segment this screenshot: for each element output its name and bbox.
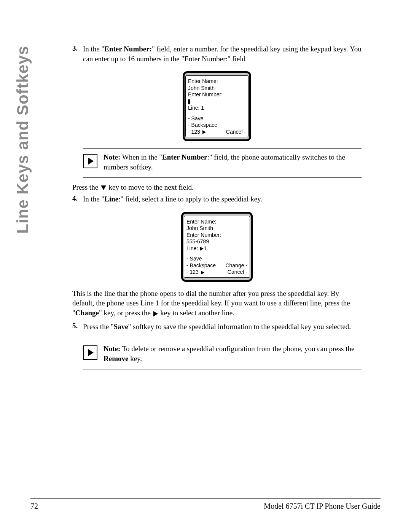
step-3: 3. In the "Enter Number:" field, enter a… xyxy=(72,44,362,66)
text-bold: Enter Number xyxy=(162,153,207,161)
value-name: John Smith xyxy=(186,225,247,232)
content-column: 3. In the "Enter Number:" field, enter a… xyxy=(72,42,362,374)
text: When in the " xyxy=(120,153,162,161)
label-enter-number: Enter Number: xyxy=(186,232,247,239)
text-cursor-icon xyxy=(188,99,190,104)
softkey-123-label: - 123 xyxy=(188,129,200,135)
text: key to move to the next field. xyxy=(107,183,194,191)
text: In the " xyxy=(83,45,104,53)
cursor-line xyxy=(188,98,246,105)
footer-row: 72 Model 6757i CT IP Phone User Guide xyxy=(30,502,381,511)
note-icon xyxy=(83,154,97,168)
step-4-number: 4. xyxy=(72,194,83,206)
triangle-right-icon xyxy=(200,247,204,251)
step-4-body: In the "Line:" field, select a line to a… xyxy=(83,194,362,206)
step-5: 5. Press the "Save" softkey to save the … xyxy=(72,322,362,334)
step-3-continue: Press the key to move to the next field. xyxy=(72,182,362,192)
note-1: Note: When in the "Enter Number:" field,… xyxy=(83,148,362,177)
value-number: 555-6789 xyxy=(186,238,247,245)
softkey-bottom-row: - 123 Cancel - xyxy=(188,129,246,136)
step-3-number: 3. xyxy=(72,44,83,66)
text: Press the xyxy=(72,183,100,191)
note-label: Note: xyxy=(104,345,120,353)
note-icon xyxy=(83,345,97,360)
triangle-right-icon xyxy=(202,130,206,134)
triangle-right-icon xyxy=(201,271,204,275)
step-5-number: 5. xyxy=(72,322,83,334)
text: key. xyxy=(128,355,142,363)
text: " key, or press the xyxy=(99,309,153,317)
note-label: Note: xyxy=(104,153,120,161)
softkey-backspace: - Backspace xyxy=(186,262,216,269)
phone-screen-2-inner: Enter Name: John Smith Enter Number: 555… xyxy=(184,216,250,278)
spacer xyxy=(188,112,246,115)
step-3-body: In the "Enter Number:" field, enter a nu… xyxy=(83,44,362,66)
text: Press the " xyxy=(83,323,114,331)
step-4: 4. In the "Line:" field, select a line t… xyxy=(72,194,362,206)
label-line: Line: 1 xyxy=(188,105,246,112)
section-title-vertical: Line Keys and Softkeys xyxy=(14,46,31,234)
step-5-body: Press the "Save" softkey to save the spe… xyxy=(83,322,362,334)
softkey-save: - Save xyxy=(188,115,246,122)
softkey-cancel: Cancel - xyxy=(228,269,247,276)
softkey-123: - 123 xyxy=(186,269,204,276)
softkey-123: - 123 xyxy=(188,129,206,136)
text: key to select another line. xyxy=(159,309,234,317)
text: In the " xyxy=(83,195,104,203)
arrow-right-icon xyxy=(88,158,94,165)
softkey-123-label: - 123 xyxy=(186,269,199,275)
step-4-paragraph: This is the line that the phone opens to… xyxy=(72,289,362,318)
page-footer: 72 Model 6757i CT IP Phone User Guide xyxy=(30,498,381,511)
label-enter-name: Enter Name: xyxy=(186,219,247,225)
line-label-text: Line: xyxy=(186,245,199,251)
phone-screen-1-wrap: Enter Name: John Smith Enter Number: Lin… xyxy=(72,71,362,141)
triangle-down-icon xyxy=(101,185,106,190)
text-bold: Change xyxy=(75,309,99,317)
text-bold: Remove xyxy=(104,355,128,363)
note-1-text: Note: When in the "Enter Number:" field,… xyxy=(104,152,362,172)
softkey-save: - Save xyxy=(186,256,247,262)
phone-screen-1: Enter Name: John Smith Enter Number: Lin… xyxy=(183,71,251,141)
triangle-right-icon xyxy=(153,311,158,316)
arrow-right-icon xyxy=(88,349,94,356)
text: To delete or remove a speeddial configur… xyxy=(120,345,354,353)
softkey-change: Change - xyxy=(225,262,247,269)
text-bold: Enter Number: xyxy=(104,45,152,53)
line-value: 1 xyxy=(204,245,207,251)
text: " softkey to save the speeddial informat… xyxy=(128,323,351,331)
spacer xyxy=(186,252,247,256)
phone-screen-1-inner: Enter Name: John Smith Enter Number: Lin… xyxy=(185,75,249,137)
page: Line Keys and Softkeys 3. In the "Enter … xyxy=(0,0,411,532)
softkey-cancel: Cancel - xyxy=(226,129,246,136)
value-name: John Smith xyxy=(188,85,246,92)
note-2: Note: To delete or remove a speeddial co… xyxy=(83,340,362,369)
phone-screen-2: Enter Name: John Smith Enter Number: 555… xyxy=(181,212,253,282)
label-enter-number: Enter Number: xyxy=(188,91,246,98)
label-enter-name: Enter Name: xyxy=(188,78,246,85)
phone-screen-2-wrap: Enter Name: John Smith Enter Number: 555… xyxy=(72,212,362,282)
footer-title: Model 6757i CT IP Phone User Guide xyxy=(264,502,381,511)
text-bold: Save xyxy=(114,323,128,331)
page-number: 72 xyxy=(30,502,38,511)
footer-rule xyxy=(30,498,381,499)
text-bold: Line xyxy=(104,195,118,203)
label-line: Line: 1 xyxy=(186,245,247,252)
softkey-bottom-row: - 123 Cancel - xyxy=(186,269,247,276)
softkey-backspace: - Backspace xyxy=(188,122,246,129)
softkey-row-2: - Backspace Change - xyxy=(186,262,247,269)
text: :" field, select a line to apply to the … xyxy=(118,195,262,203)
note-2-text: Note: To delete or remove a speeddial co… xyxy=(104,344,362,363)
